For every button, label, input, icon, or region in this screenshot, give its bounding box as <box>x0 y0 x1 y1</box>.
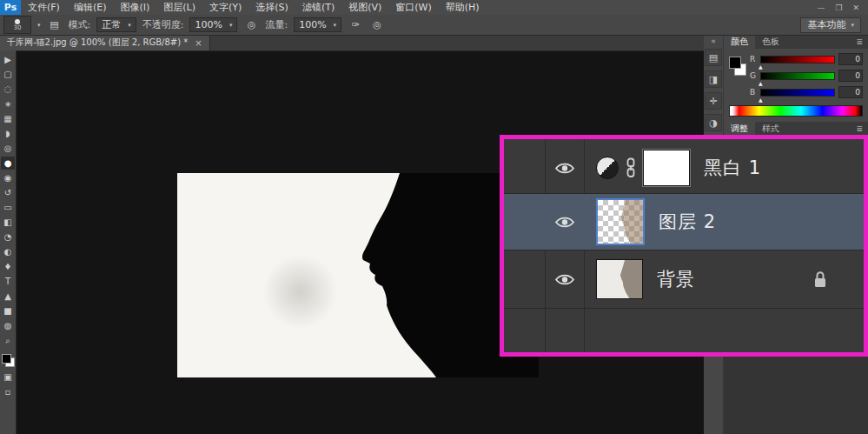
color-spectrum-ramp[interactable] <box>729 105 863 117</box>
layer-thumbnail[interactable] <box>596 198 645 245</box>
menu-type[interactable]: 文字(Y) <box>202 0 248 15</box>
layer-visibility-toggle[interactable] <box>545 273 584 286</box>
layer-name: 图层 2 <box>659 210 716 234</box>
transparent-cat-thumbnail <box>598 200 643 244</box>
type-tool-button[interactable]: T <box>1 275 15 288</box>
brush-size-value: 30 <box>14 25 22 31</box>
blackwhite-adjustment-icon[interactable] <box>596 157 619 179</box>
history-brush-tool-icon: ↺ <box>4 188 11 197</box>
healing-brush-tool-icon: ◎ <box>4 144 12 153</box>
eraser-tool-button[interactable]: ▭ <box>1 201 15 214</box>
layer-visibility-toggle[interactable] <box>545 162 584 175</box>
menu-bar: Ps 文件(F) 编辑(E) 图像(I) 图层(L) 文字(Y) 选择(S) 滤… <box>0 0 868 16</box>
info-panel-glyph: ✛ <box>709 96 717 107</box>
slider-handle-icon[interactable]: ▲ <box>759 63 763 70</box>
screen-mode-button[interactable]: ▫ <box>1 385 15 398</box>
layer-thumbnail[interactable] <box>596 259 643 299</box>
blue-slider[interactable]: ▲ <box>760 89 835 97</box>
green-slider-row: G ▲ 0 <box>750 70 863 82</box>
tab-adjustments[interactable]: 调整 <box>724 122 755 136</box>
layer-mask-thumbnail[interactable] <box>643 150 690 186</box>
menu-window[interactable]: 窗口(W) <box>388 0 438 15</box>
history-panel-icon[interactable]: ▤ <box>705 49 722 66</box>
dodge-tool-button[interactable]: ◐ <box>1 245 15 258</box>
quick-mask-button[interactable]: ▣ <box>1 371 15 384</box>
history-brush-tool-button[interactable]: ↺ <box>1 186 15 199</box>
brush-preset-caret-icon[interactable]: ▾ <box>37 22 41 29</box>
hand-tool-button[interactable]: ◍ <box>1 319 15 332</box>
brush-tool-button[interactable]: ● <box>1 157 15 170</box>
green-value-field[interactable]: 0 <box>838 70 863 82</box>
slider-handle-icon[interactable]: ▲ <box>759 97 763 103</box>
menu-view[interactable]: 视图(V) <box>341 0 388 15</box>
layer-name: 黑白 1 <box>704 156 761 180</box>
mask-link-icon[interactable] <box>626 157 636 178</box>
color-panel-body: R ▲ 0 G ▲ 0 B ▲ 0 <box>724 49 868 122</box>
document-image[interactable] <box>177 173 539 377</box>
document-tab[interactable]: 千库网-猫2.jpg @ 100% (图层 2, RGB/8#) * × <box>0 35 210 50</box>
foreground-color-swatch[interactable] <box>729 57 741 69</box>
gradient-tool-button[interactable]: ◧ <box>1 216 15 229</box>
brush-tool-icon: ● <box>4 158 12 168</box>
layer-visibility-toggle[interactable] <box>545 216 584 229</box>
lasso-tool-button[interactable]: ◌ <box>1 83 15 96</box>
screen-mode-icon: ▫ <box>5 387 11 397</box>
crop-tool-button[interactable]: ▦ <box>1 112 15 125</box>
path-selection-tool-button[interactable]: ▲ <box>1 290 15 303</box>
pressure-opacity-icon[interactable]: ◎ <box>243 17 259 33</box>
red-slider[interactable]: ▲ <box>760 56 835 63</box>
blue-value-field[interactable]: 0 <box>838 86 863 98</box>
tab-styles[interactable]: 样式 <box>755 122 786 136</box>
menu-help[interactable]: 帮助(H) <box>439 0 487 15</box>
blend-mode-dropdown[interactable]: 正常 ▾ <box>96 17 136 32</box>
color-panel-swatches[interactable] <box>729 53 745 88</box>
clone-stamp-tool-button[interactable]: ◉ <box>1 171 15 184</box>
pen-tool-button[interactable]: ♦ <box>1 260 15 273</box>
quick-selection-tool-button[interactable]: ∗ <box>1 97 15 110</box>
toggle-brush-panel-icon[interactable]: ▤ <box>47 17 63 33</box>
opacity-dropdown[interactable]: 100% ▾ <box>189 17 237 32</box>
flow-dropdown[interactable]: 100% ▾ <box>294 17 341 32</box>
menu-file[interactable]: 文件(F) <box>21 0 67 15</box>
foreground-background-swatches[interactable] <box>2 354 15 367</box>
restore-button[interactable]: ❐ <box>835 3 842 12</box>
layer-row-layer2-selected[interactable]: 图层 2 <box>504 194 864 250</box>
layer-row-blackwhite[interactable]: 黑白 1 <box>504 143 864 194</box>
panel-menu-icon[interactable]: ≣ <box>856 122 868 136</box>
healing-brush-tool-button[interactable]: ◎ <box>1 142 15 155</box>
blur-tool-button[interactable]: ◔ <box>1 230 15 244</box>
workspace-switcher-button[interactable]: 基本功能 ▾ <box>800 17 861 33</box>
tab-close-icon[interactable]: × <box>195 38 202 48</box>
close-button[interactable]: ✕ <box>852 3 859 12</box>
move-tool-button[interactable]: ▶ <box>1 53 15 66</box>
slider-handle-icon[interactable]: ▲ <box>759 80 763 86</box>
pressure-size-icon[interactable]: ◎ <box>369 17 385 33</box>
green-slider[interactable]: ▲ <box>760 72 835 80</box>
menu-filter[interactable]: 滤镜(T) <box>295 0 341 15</box>
layer-row-background[interactable]: 背景 <box>504 250 864 309</box>
layers-panel: 黑白 1 图层 2 <box>504 139 864 352</box>
menu-edit[interactable]: 编辑(E) <box>67 0 114 15</box>
channels-panel-icon[interactable]: ◑ <box>705 114 722 131</box>
airbrush-icon[interactable]: ✑ <box>348 17 363 33</box>
shape-tool-button[interactable]: ■ <box>1 304 15 317</box>
foreground-color-swatch[interactable] <box>2 354 11 364</box>
chevron-down-icon: ▾ <box>851 22 854 29</box>
path-selection-tool-icon: ▲ <box>4 291 11 301</box>
collapse-panels-icon[interactable]: « <box>711 37 716 45</box>
marquee-tool-button[interactable]: ▢ <box>1 68 15 81</box>
menu-select[interactable]: 选择(S) <box>248 0 295 15</box>
properties-panel-glyph: ◨ <box>709 74 718 85</box>
menu-layer[interactable]: 图层(L) <box>156 0 202 15</box>
red-value-field[interactable]: 0 <box>838 53 863 65</box>
brush-preset-picker[interactable]: 30 <box>3 16 31 34</box>
zoom-tool-button[interactable]: ⌕ <box>1 334 15 347</box>
menu-image[interactable]: 图像(I) <box>113 0 156 15</box>
tab-color[interactable]: 颜色 <box>724 35 755 49</box>
minimize-button[interactable]: — <box>817 3 825 12</box>
info-panel-icon[interactable]: ✛ <box>705 92 722 110</box>
eyedropper-tool-button[interactable]: ◗ <box>1 127 15 140</box>
properties-panel-icon[interactable]: ◨ <box>705 70 722 88</box>
panel-menu-icon[interactable]: ≣ <box>856 35 868 49</box>
tab-swatches[interactable]: 色板 <box>755 35 786 49</box>
